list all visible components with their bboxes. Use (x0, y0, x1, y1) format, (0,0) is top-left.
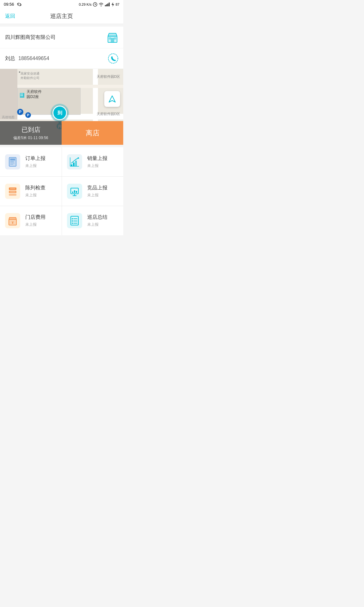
menu-grid: 订单上报 未上报 销量上报 未上报 (0, 147, 123, 235)
svg-rect-13 (114, 37, 116, 40)
display-sub: 未上报 (25, 193, 46, 198)
svg-text:¥: ¥ (12, 221, 14, 224)
arrived-text: 已到店 (21, 126, 40, 134)
sales-title: 销量上报 (87, 155, 107, 162)
map-section: 天府软件园D2座 高家安业劝通 外勤软件公司 天府软件园D区 天府软件园D区 P… (0, 69, 123, 145)
svg-rect-45 (72, 192, 73, 193)
svg-rect-47 (76, 191, 77, 193)
arrived-sub: 偏差5米 01-11 09:56 (13, 135, 48, 141)
compete-title: 竞品上报 (87, 185, 107, 191)
svg-rect-5 (107, 3, 108, 6)
order-icon (8, 157, 18, 167)
soft-company-label: 高家安业劝通 外勤软件公司 (21, 71, 39, 80)
menu-item-sales[interactable]: 销量上报 未上报 (62, 147, 124, 176)
svg-rect-17 (22, 94, 23, 95)
svg-rect-30 (71, 164, 72, 166)
svg-point-56 (72, 220, 73, 222)
svg-point-54 (72, 218, 73, 219)
navigate-icon (108, 95, 117, 103)
svg-point-58 (72, 223, 73, 224)
compete-icon-wrap (67, 184, 82, 199)
menu-item-order[interactable]: 订单上报 未上报 (0, 147, 62, 176)
sales-icon-wrap (67, 154, 82, 169)
summary-title: 巡店总结 (87, 214, 107, 221)
svg-rect-16 (21, 94, 21, 95)
svg-rect-4 (106, 4, 107, 6)
svg-rect-18 (21, 95, 21, 96)
order-sub: 未上报 (25, 163, 46, 169)
summary-icon-wrap (67, 213, 82, 228)
compete-icon (70, 186, 80, 196)
display-icon-wrap (5, 184, 20, 199)
svg-rect-38 (9, 194, 16, 196)
amap-watermark: 高德地图 (2, 115, 15, 120)
company-section: 四川辉图商贸有限公司 (0, 27, 123, 48)
status-bar: 09:56 0.29 K/s 87 (0, 0, 123, 9)
leave-button[interactable]: 离店 (62, 121, 123, 145)
tianfu-d-top: 天府软件园D区 (97, 73, 120, 79)
company-name: 四川辉图商贸有限公司 (5, 34, 56, 41)
svg-rect-29 (10, 164, 13, 165)
contact-section: 刘总 18856449654 (0, 48, 123, 69)
svg-rect-25 (10, 159, 15, 160)
navigation-button[interactable] (104, 91, 120, 107)
shop-icon (107, 32, 118, 43)
order-title: 订单上报 (25, 155, 46, 162)
sales-sub: 未上报 (87, 163, 107, 169)
page-title: 巡店主页 (50, 12, 73, 20)
menu-item-display[interactable]: 陈列检查 未上报 (0, 177, 62, 206)
loop-icon (16, 2, 22, 7)
status-battery: 87 (116, 3, 119, 6)
menu-item-summary[interactable]: 巡店总结 未上报 (62, 206, 124, 235)
tianfu-d-bottom: 天府软件园D区 (97, 111, 120, 116)
svg-rect-26 (10, 160, 15, 161)
svg-marker-22 (109, 96, 115, 102)
contact-phone: 18856449654 (18, 56, 49, 61)
parking-marker: P (17, 109, 23, 115)
svg-rect-11 (111, 38, 114, 42)
menu-item-expense[interactable]: ¥ 门店费用 未上报 (0, 206, 62, 235)
expense-icon-wrap: ¥ (5, 213, 20, 228)
svg-rect-32 (75, 161, 77, 166)
svg-rect-28 (10, 163, 15, 163)
svg-rect-12 (109, 37, 111, 40)
compete-sub: 未上报 (87, 193, 107, 198)
summary-sub: 未上报 (87, 222, 107, 227)
svg-rect-3 (105, 5, 106, 6)
contact-name: 刘总 (5, 55, 15, 62)
arrived-button: 已到店 偏差5米 01-11 09:56 (0, 121, 62, 145)
svg-rect-31 (73, 162, 75, 166)
wifi-icon (99, 3, 104, 6)
phone-icon[interactable] (108, 53, 118, 64)
leave-label: 离店 (86, 128, 100, 138)
marker-label: 到 (58, 110, 62, 116)
svg-rect-19 (22, 95, 23, 96)
road-horizontal-2 (0, 85, 123, 88)
summary-icon (70, 216, 80, 226)
svg-rect-27 (10, 162, 14, 162)
dot-marker (19, 71, 20, 73)
svg-rect-6 (109, 3, 110, 6)
building-icon (19, 91, 25, 98)
expense-sub: 未上报 (25, 222, 46, 227)
back-button[interactable]: 返回 (5, 13, 15, 20)
svg-point-14 (108, 54, 118, 63)
sales-icon (70, 157, 80, 167)
svg-marker-7 (112, 2, 114, 7)
order-icon-wrap (5, 154, 20, 169)
display-icon (8, 186, 18, 196)
block-left (0, 69, 17, 120)
tianfu-d2-label: 天府软件园D2座 (19, 89, 42, 99)
clock-icon (93, 2, 97, 7)
svg-rect-46 (74, 190, 75, 193)
map-footer: 已到店 偏差5米 01-11 09:56 离店 (0, 121, 123, 145)
charging-icon (111, 2, 114, 7)
header: 返回 巡店主页 (0, 9, 123, 24)
menu-item-compete[interactable]: 竞品上报 未上报 (62, 177, 124, 206)
status-speed: 0.29 K/s (79, 3, 91, 6)
expense-icon: ¥ (8, 216, 18, 226)
signal-icon (105, 3, 110, 6)
expense-title: 门店费用 (25, 214, 46, 221)
parking-marker-2: P (25, 112, 31, 118)
display-title: 陈列检查 (25, 185, 46, 191)
